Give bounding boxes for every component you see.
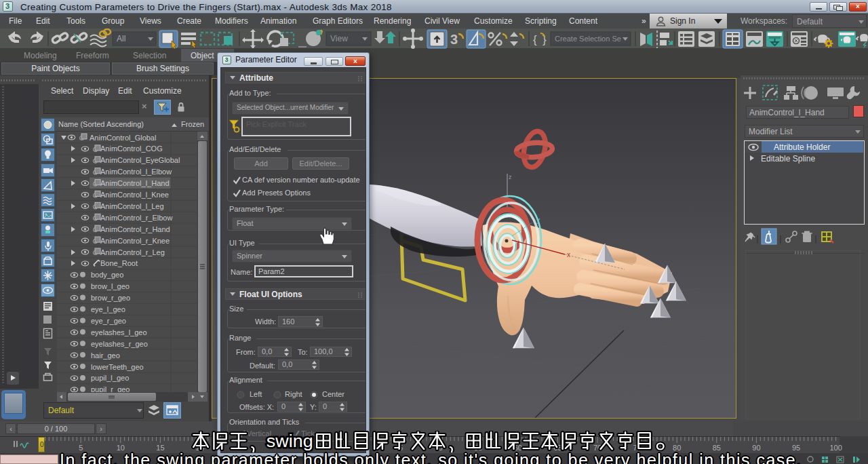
svg-text:3: 3 — [450, 32, 458, 47]
svg-text:pupil_l_geo: pupil_l_geo — [91, 374, 129, 382]
svg-text:body_geo: body_geo — [91, 271, 123, 279]
svg-text:x: x — [567, 251, 570, 258]
svg-text:View: View — [330, 34, 348, 43]
svg-text:lowerTeeth_geo: lowerTeeth_geo — [91, 363, 144, 371]
svg-text:AnimControl_l_Elbow: AnimControl_l_Elbow — [100, 168, 172, 176]
svg-text:eyelashes_r_geo: eyelashes_r_geo — [91, 340, 148, 348]
svg-text:AnimControl_r_Hand: AnimControl_r_Hand — [100, 225, 170, 233]
svg-text:swing: swing — [267, 431, 313, 451]
svg-text:brow_l_geo: brow_l_geo — [91, 282, 130, 290]
svg-text:AnimControl_l_Hand: AnimControl_l_Hand — [100, 179, 170, 187]
svg-text:y: y — [536, 216, 540, 224]
svg-text:eyelashes_l_geo: eyelashes_l_geo — [91, 328, 147, 336]
svg-text:Create Selection Se: Create Selection Se — [555, 35, 621, 43]
svg-text:AnimControl_l_Knee: AnimControl_l_Knee — [100, 191, 169, 199]
svg-text:AnimControl_l_Leg: AnimControl_l_Leg — [100, 202, 164, 210]
svg-text:eye_l_geo: eye_l_geo — [91, 305, 125, 313]
svg-text:eye_r_geo: eye_r_geo — [91, 317, 126, 325]
svg-text:z: z — [509, 174, 512, 180]
svg-text:pupil_r_geo: pupil_r_geo — [91, 385, 130, 392]
svg-text:AnimControl_r_Leg: AnimControl_r_Leg — [100, 248, 165, 256]
svg-text:AnimControl_Global: AnimControl_Global — [90, 134, 156, 142]
svg-text:hair_geo: hair_geo — [91, 351, 120, 360]
svg-text:AnimControl_r_Knee: AnimControl_r_Knee — [100, 237, 170, 245]
svg-text:All: All — [117, 34, 125, 43]
svg-text:AnimControl_EyeGlobal: AnimControl_EyeGlobal — [100, 156, 180, 164]
svg-text:brow_r_geo: brow_r_geo — [91, 294, 130, 302]
svg-text:AnimControl_COG: AnimControl_COG — [100, 144, 163, 153]
svg-text:Bone_Root: Bone_Root — [100, 259, 138, 267]
svg-text:{: { — [533, 33, 537, 46]
svg-text:AnimControl_r_Elbow: AnimControl_r_Elbow — [100, 214, 172, 222]
